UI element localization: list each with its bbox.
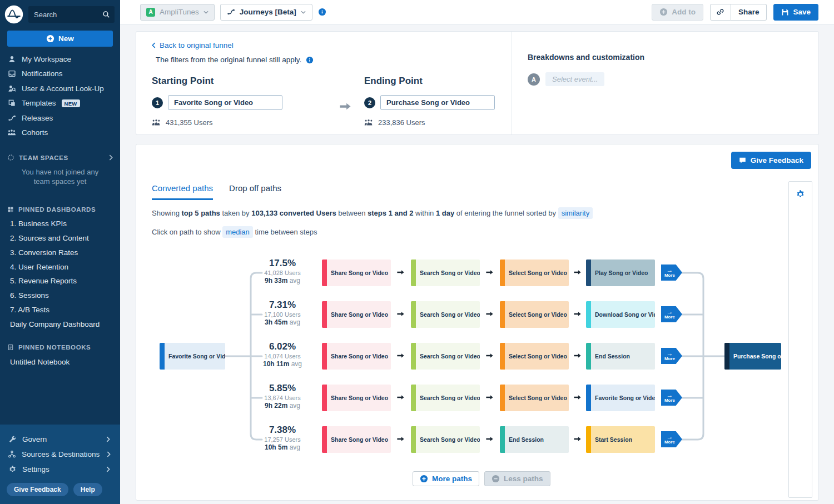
path-step-label: Search Song or Video <box>411 260 480 286</box>
path-stats[interactable]: 7.31%17,100 Users3h 45m avg <box>250 300 315 326</box>
path-step-box[interactable]: Select Song or Video <box>500 343 569 370</box>
search-input[interactable] <box>28 6 115 23</box>
sidebar-item-my-workspace[interactable]: My Workspace <box>0 52 120 67</box>
sidebar-item-notifications[interactable]: Notifications <box>0 67 120 82</box>
share-button[interactable]: Share <box>731 4 767 21</box>
sidebar-item-releases[interactable]: Releases <box>0 111 120 126</box>
node-color-stripe <box>411 343 416 370</box>
sidebar-footer-buttons: Give FeedbackHelp <box>7 483 113 496</box>
sidebar-item-5-revenue-reports[interactable]: 5. Revenue Reports <box>0 274 120 288</box>
notebook-icon <box>7 344 14 351</box>
path-step-label: Search Song or Video <box>411 385 480 411</box>
sidebar-item-team-spaces[interactable]: TEAM SPACES <box>0 154 120 161</box>
node-color-stripe <box>500 301 505 328</box>
path-avg-time: 9h 33m avg <box>250 277 315 285</box>
arrow-right-icon <box>485 394 494 401</box>
give-feedback-button[interactable]: Give Feedback <box>731 152 811 169</box>
path-step-label: Download Song or Video <box>586 301 655 328</box>
path-stats[interactable]: 17.5%41,028 Users9h 33m avg <box>250 258 315 285</box>
copy-link-button[interactable] <box>710 4 731 21</box>
info-icon[interactable] <box>318 8 326 16</box>
sidebar-item-6-sessions[interactable]: 6. Sessions <box>0 288 120 303</box>
team-spaces-icon <box>7 154 14 161</box>
sidebar-item-label: Notifications <box>22 69 63 78</box>
start-node[interactable]: Favorite Song or Video <box>160 343 225 370</box>
more-badge-label: More <box>664 398 675 403</box>
help-button[interactable]: Help <box>73 483 102 496</box>
path-stats[interactable]: 7.38%17,257 Users10h 5m avg <box>250 425 315 451</box>
path-avg-time: 10h 11m avg <box>250 360 315 368</box>
amplitude-logo-icon[interactable] <box>4 5 23 24</box>
gear-icon <box>8 465 17 473</box>
arrow-right-icon <box>485 269 494 276</box>
new-button[interactable]: New <box>7 31 113 47</box>
path-step-box[interactable]: Search Song or Video <box>411 385 480 411</box>
path-step-box[interactable]: Share Song or Video <box>322 426 391 453</box>
sidebar-item-untitled-notebook[interactable]: Untitled Notebook <box>0 355 120 369</box>
path-step-box[interactable]: Share Song or Video <box>322 343 391 370</box>
path-step-box[interactable]: Play Song or Video <box>586 260 655 286</box>
sidebar-bottom-section: GovernSources & DestinationsSettings Giv… <box>0 425 120 504</box>
gear-icon[interactable] <box>796 189 805 497</box>
arrow-right-icon: → <box>667 392 673 398</box>
search-icon[interactable] <box>102 11 110 18</box>
more-badge-label: More <box>664 440 675 445</box>
sidebar-item-2-sources-and-content[interactable]: 2. Sources and Content <box>0 231 120 246</box>
path-step-box[interactable]: Select Song or Video <box>500 260 569 286</box>
breakdowns-title: Breakdowns and customization <box>528 53 803 62</box>
sidebar-item-4-user-retention[interactable]: 4. User Retention <box>0 260 120 274</box>
more-paths-button[interactable]: More paths <box>413 471 479 486</box>
path-stats[interactable]: 5.85%13,674 Users9h 22m avg <box>250 383 315 410</box>
sidebar-item-cohorts[interactable]: Cohorts <box>0 126 120 141</box>
sidebar-item-govern[interactable]: Govern <box>0 432 120 447</box>
sidebar-item-settings[interactable]: Settings <box>0 462 120 477</box>
path-step-box[interactable]: Download Song or Video <box>586 301 655 328</box>
dashboards-grid-icon <box>7 206 14 213</box>
filters-note-text: The filters from the original funnel sti… <box>156 56 301 64</box>
view-selector[interactable]: Journeys [Beta] <box>220 4 312 21</box>
sidebar-item-3-conversion-rates[interactable]: 3. Conversion Rates <box>0 245 120 260</box>
chevron-down-icon <box>203 11 209 14</box>
path-step-box[interactable]: Search Song or Video <box>411 426 480 453</box>
sidebar-item-user-account-look-up[interactable]: User & Account Look-Up <box>0 81 120 96</box>
path-step-box[interactable]: End Session <box>500 426 569 453</box>
path-step-box[interactable]: Share Song or Video <box>322 260 391 286</box>
end-node[interactable]: Purchase Song or Video <box>724 343 781 370</box>
sidebar-item-sources-destinations[interactable]: Sources & Destinations <box>0 447 120 462</box>
path-avg-time: 9h 22m avg <box>250 402 315 410</box>
less-paths-button[interactable]: Less paths <box>484 471 550 486</box>
info-icon[interactable] <box>306 56 314 64</box>
back-to-funnel-link[interactable]: Back to original funnel <box>152 41 496 49</box>
path-step-box[interactable]: Search Song or Video <box>411 260 480 286</box>
pinned-notebooks-list: Untitled Notebook <box>0 355 120 369</box>
sidebar-item-7-a-b-tests[interactable]: 7. A/B Tests <box>0 303 120 317</box>
releases-icon <box>7 114 16 122</box>
path-step-box[interactable]: Start Session <box>586 426 655 453</box>
add-to-button[interactable]: Add to <box>652 4 703 21</box>
project-selector[interactable]: A AmpliTunes <box>140 4 215 21</box>
sidebar-item-templates[interactable]: TemplatesNEW <box>0 96 120 111</box>
arrow-right-icon: → <box>667 267 673 273</box>
starting-event-input[interactable] <box>168 95 282 110</box>
path-step-box[interactable]: Share Song or Video <box>322 385 391 411</box>
ending-event-input[interactable] <box>380 95 495 110</box>
path-step-box[interactable]: Favorite Song or Video <box>586 385 655 411</box>
give-feedback-button[interactable]: Give Feedback <box>7 483 68 496</box>
path-step-box[interactable]: Share Song or Video <box>322 301 391 328</box>
path-stats[interactable]: 6.02%14,074 Users10h 11m avg <box>250 341 315 368</box>
path-step-box[interactable]: Select Song or Video <box>500 301 569 328</box>
node-color-stripe <box>411 385 416 411</box>
sidebar-item-daily-company-dashboard[interactable]: Daily Company Dashboard <box>0 317 120 331</box>
path-step-label: Favorite Song or Video <box>586 385 655 411</box>
sidebar-item-1-business-kpis[interactable]: 1. Business KPIs <box>0 217 120 231</box>
path-step-box[interactable]: End Session <box>586 343 655 370</box>
arrow-right-icon <box>396 352 405 359</box>
path-step-label: Play Song or Video <box>586 260 655 286</box>
select-event-input[interactable]: Select event... <box>545 72 604 86</box>
path-step-box[interactable]: Search Song or Video <box>411 343 480 370</box>
path-step-box[interactable]: Select Song or Video <box>500 385 569 411</box>
path-step-box[interactable]: Search Song or Video <box>411 301 480 328</box>
chevron-down-icon <box>301 11 306 14</box>
save-button[interactable]: Save <box>773 4 818 21</box>
arrow-right-icon <box>573 394 582 401</box>
